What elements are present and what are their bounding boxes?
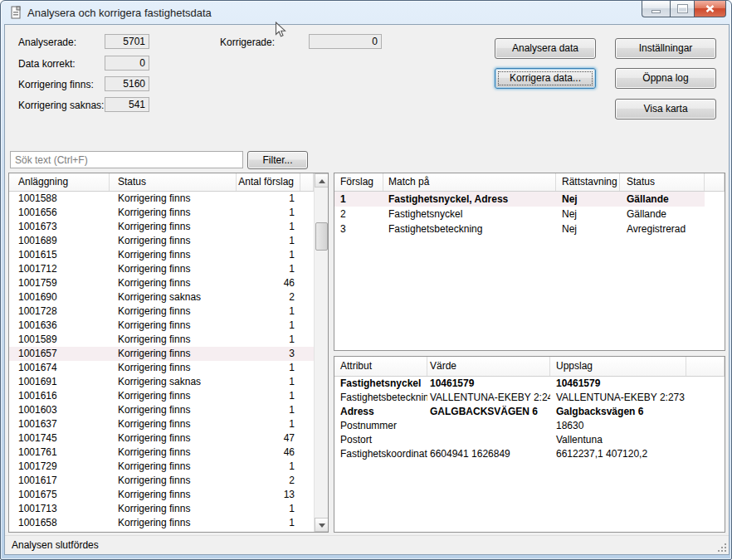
table-row[interactable]: FastighetsbeteckningVALLENTUNA-EKEBY 2:2… <box>334 391 725 405</box>
table-cell: 3 <box>237 347 300 361</box>
table-row[interactable]: Postnummer18630 <box>334 419 725 433</box>
maximize-button[interactable] <box>670 1 695 17</box>
column-header-rattstavning[interactable]: Rättstavning <box>556 173 620 191</box>
table-cell: 46 <box>237 446 300 460</box>
table-cell: Korrigering finns <box>110 460 237 474</box>
korrigerade-label: Korrigerade: <box>220 36 275 49</box>
row-filler <box>300 403 314 417</box>
facility-table: Anläggning Status Antal förslag 1001588K… <box>8 173 329 533</box>
table-row[interactable]: PostortVallentuna <box>334 433 725 447</box>
status-bar: Analysen slutfördes <box>5 535 729 554</box>
table-row[interactable]: 1001729Korrigering finns1 <box>9 460 314 474</box>
table-cell: 1001657 <box>9 347 110 361</box>
table-row[interactable]: 1001675Korrigering finns13 <box>9 488 314 502</box>
table-row[interactable]: 1001589Korrigering finns1 <box>9 333 314 347</box>
row-filler <box>300 460 314 474</box>
korrigering-finns-value: 5160 <box>105 76 149 91</box>
scrollbar-up-button[interactable] <box>315 173 329 187</box>
column-header-match-pa[interactable]: Match på <box>383 173 556 191</box>
vertical-scrollbar[interactable] <box>314 173 328 532</box>
search-input[interactable] <box>10 151 243 168</box>
table-cell: 1001588 <box>9 192 110 206</box>
table-row[interactable]: 1001657Korrigering finns3 <box>9 347 314 361</box>
analysera-data-button[interactable]: Analysera data <box>495 38 596 59</box>
titlebar[interactable]: Analysera och korrigera fastighetsdata <box>1 1 731 24</box>
resize-grip[interactable] <box>718 543 726 552</box>
table-row[interactable]: 1001658Korrigering finns1 <box>9 516 314 530</box>
attributes-table: Attribut Värde Uppslag Fastighetsnyckel1… <box>334 356 725 533</box>
table-row[interactable]: 1001637Korrigering finns1 <box>9 417 314 431</box>
scrollbar-thumb[interactable] <box>315 222 328 251</box>
row-filler <box>686 419 725 433</box>
visa-karta-button[interactable]: Visa karta <box>615 99 716 119</box>
table-cell: Postort <box>334 433 427 447</box>
table-row[interactable]: 1Fastighetsnyckel, AdressNejGällande <box>334 192 705 207</box>
installningar-button[interactable]: Inställningar <box>615 38 716 59</box>
column-header-uppslag[interactable]: Uppslag <box>550 357 686 376</box>
table-cell: 1001690 <box>9 290 110 304</box>
scrollbar-down-button[interactable] <box>315 518 329 532</box>
table-row[interactable]: 1001656Korrigering finns1 <box>9 206 314 220</box>
column-header-forslag[interactable]: Förslag <box>334 173 383 191</box>
row-filler <box>300 389 314 403</box>
table-row[interactable]: 1001617Korrigering finns2 <box>9 474 314 488</box>
table-row[interactable]: 1001691Korrigering saknas1 <box>9 375 314 389</box>
table-row[interactable]: Fastighetsnyckel1046157910461579 <box>334 377 725 391</box>
table-cell: Gällande <box>620 192 705 207</box>
table-cell: 1001689 <box>9 234 110 248</box>
table-cell: Korrigering finns <box>110 488 237 502</box>
table-cell: Korrigering finns <box>110 304 237 319</box>
table-row[interactable]: 1001761Korrigering finns46 <box>9 446 314 460</box>
table-row[interactable]: 1001674Korrigering finns1 <box>9 361 314 375</box>
table-cell: Gällande <box>620 207 705 222</box>
row-filler <box>300 206 314 220</box>
table-row[interactable]: 1001616Korrigering finns1 <box>9 389 314 403</box>
table-cell <box>427 433 550 447</box>
table-row[interactable]: 1001745Korrigering finns47 <box>9 431 314 446</box>
oppna-log-button[interactable]: Öppna log <box>615 68 716 89</box>
column-header-status[interactable]: Status <box>110 173 237 191</box>
table-row[interactable]: 1001689Korrigering finns1 <box>9 234 314 248</box>
arrow-up-icon <box>319 179 325 183</box>
table-cell: 1 <box>237 248 300 262</box>
table-cell: 2 <box>237 474 300 488</box>
table-cell: 1001603 <box>9 403 110 417</box>
table-row[interactable]: Fastighetskoordinat6604941 1626849661223… <box>334 447 725 461</box>
table-cell: 1001759 <box>9 276 110 290</box>
table-cell: Korrigering finns <box>110 234 237 248</box>
column-header-status[interactable]: Status <box>620 173 705 191</box>
column-header-antal-forslag[interactable]: Antal förslag <box>237 173 300 191</box>
table-row[interactable]: 1001728Korrigering finns1 <box>9 304 314 319</box>
table-cell: 1 <box>237 460 300 474</box>
table-cell: Korrigering finns <box>110 361 237 375</box>
table-row[interactable]: AdressGALGBACKSVÄGEN 6Galgbacksvägen 6 <box>334 405 725 419</box>
table-row[interactable]: 1001636Korrigering finns1 <box>9 319 314 333</box>
row-filler <box>300 474 314 488</box>
table-row[interactable]: 1001759Korrigering finns46 <box>9 276 314 290</box>
table-row[interactable]: 1001712Korrigering finns1 <box>9 262 314 276</box>
table-row[interactable]: 3FastighetsbeteckningNejAvregistrerad <box>334 222 705 236</box>
table-cell: 1 <box>237 361 300 375</box>
minimize-button[interactable] <box>642 1 670 17</box>
table-row[interactable]: 1001615Korrigering finns1 <box>9 248 314 262</box>
table-row[interactable]: 1001713Korrigering finns1 <box>9 502 314 516</box>
filter-button[interactable]: Filter... <box>247 151 308 169</box>
table-cell: 1 <box>237 417 300 431</box>
table-row[interactable]: 1001690Korrigering saknas2 <box>9 290 314 304</box>
table-cell: 1001729 <box>9 460 110 474</box>
table-cell: 1 <box>237 192 300 206</box>
table-cell: 10461579 <box>427 377 550 391</box>
table-row[interactable]: 1001673Korrigering finns1 <box>9 220 314 234</box>
table-row[interactable]: 1001588Korrigering finns1 <box>9 192 314 206</box>
table-cell: 46 <box>237 276 300 290</box>
table-row[interactable]: 1001603Korrigering finns1 <box>9 403 314 417</box>
close-button[interactable] <box>695 1 726 17</box>
table-cell: Vallentuna <box>550 433 686 447</box>
table-cell: 1 <box>237 375 300 389</box>
table-cell: Fastighetsnyckel, Adress <box>383 192 556 207</box>
column-header-anlaggning[interactable]: Anläggning <box>9 173 110 191</box>
column-header-attribut[interactable]: Attribut <box>334 357 427 376</box>
table-row[interactable]: 2FastighetsnyckelNejGällande <box>334 207 705 222</box>
column-header-varde[interactable]: Värde <box>427 357 550 376</box>
korrigera-data-button[interactable]: Korrigera data... <box>495 68 596 89</box>
